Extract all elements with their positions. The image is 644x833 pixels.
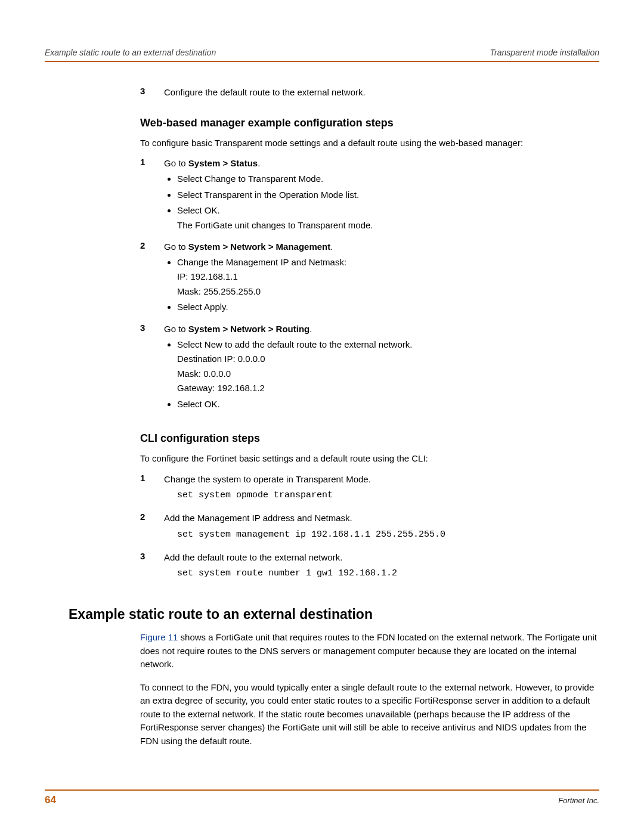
step-text: Change the system to operate in Transpar…: [164, 473, 599, 507]
bullet-text: Change the Management IP and Netmask:: [177, 257, 346, 267]
text-prefix: Go to: [164, 324, 188, 334]
sub-line: IP: 192.168.1.1: [177, 270, 599, 284]
text-prefix: Go to: [164, 241, 188, 252]
bullet-text: Select OK.: [177, 205, 220, 215]
text-suffix: .: [258, 158, 260, 168]
web-section-intro: To configure basic Transparent mode sett…: [140, 137, 599, 150]
step-text: Configure the default route to the exter…: [164, 86, 599, 99]
body-content: 3 Configure the default route to the ext…: [140, 86, 599, 748]
header-left: Example static route to an external dest…: [45, 48, 216, 57]
top-step: 3 Configure the default route to the ext…: [140, 86, 599, 99]
bullet-item: Select New to add the default route to t…: [177, 338, 599, 395]
cli-step-text: Add the Management IP address and Netmas…: [164, 513, 352, 523]
cli-step-text: Change the system to operate in Transpar…: [164, 474, 371, 484]
bullet-item: Select OK. The FortiGate unit changes to…: [177, 204, 599, 232]
bullet-item: Change the Management IP and Netmask: IP…: [177, 256, 599, 299]
step-text: Go to System > Status. Select Change to …: [164, 157, 599, 236]
web-step-3: 3 Go to System > Network > Routing. Sele…: [140, 323, 599, 414]
cli-code: set system opmode transparent: [177, 489, 599, 502]
page-number: 64: [45, 794, 56, 806]
text-suffix: .: [330, 241, 333, 252]
text-bold: System > Status: [188, 158, 258, 168]
bullet-item: Select Transparent in the Operation Mode…: [177, 188, 599, 202]
web-step-2: 2 Go to System > Network > Management. C…: [140, 240, 599, 318]
cli-code: set system management ip 192.168.1.1 255…: [177, 528, 599, 541]
cli-section-title: CLI configuration steps: [140, 432, 599, 445]
web-step-1: 1 Go to System > Status. Select Change t…: [140, 157, 599, 236]
step-number: 3: [140, 323, 164, 414]
cli-step-2: 2 Add the Management IP address and Netm…: [140, 512, 599, 546]
step-number: 1: [140, 473, 164, 507]
bullet-item: Select Change to Transparent Mode.: [177, 172, 599, 186]
step-number: 3: [140, 86, 164, 99]
bullet-list: Change the Management IP and Netmask: IP…: [164, 256, 599, 314]
footer: 64 Fortinet Inc.: [45, 789, 599, 806]
step-number: 3: [140, 551, 164, 586]
bullet-list: Select Change to Transparent Mode. Selec…: [164, 172, 599, 232]
cli-section-intro: To configure the Fortinet basic settings…: [140, 452, 599, 466]
running-header: Example static route to an external dest…: [45, 48, 599, 62]
bullet-extra: The FortiGate unit changes to Transparen…: [177, 219, 599, 233]
bullet-list: Select New to add the default route to t…: [164, 338, 599, 411]
paragraph-rest: shows a FortiGate unit that requires rou…: [140, 632, 597, 669]
sub-line: Gateway: 192.168.1.2: [177, 382, 599, 395]
figure-link[interactable]: Figure 11: [140, 632, 178, 642]
bullet-text: Select New to add the default route to t…: [177, 339, 412, 349]
sub-line: Destination IP: 0.0.0.0: [177, 352, 599, 366]
cli-step-1: 1 Change the system to operate in Transp…: [140, 473, 599, 507]
sub-line: Mask: 255.255.255.0: [177, 285, 599, 299]
example-paragraph-2: To connect to the FDN, you would typical…: [140, 681, 599, 748]
bullet-item: Select Apply.: [177, 301, 599, 314]
step-text: Go to System > Network > Management. Cha…: [164, 240, 599, 318]
page: Example static route to an external dest…: [0, 0, 644, 830]
text-bold: System > Network > Routing: [188, 324, 309, 334]
cli-code: set system route number 1 gw1 192.168.1.…: [177, 567, 599, 580]
sub-line: Mask: 0.0.0.0: [177, 367, 599, 381]
cli-step-3: 3 Add the default route to the external …: [140, 551, 599, 586]
text-suffix: .: [309, 324, 312, 334]
example-section-title: Example static route to an external dest…: [69, 606, 599, 623]
text-prefix: Go to: [164, 158, 188, 168]
text-bold: System > Network > Management: [188, 241, 330, 252]
step-number: 1: [140, 157, 164, 236]
example-paragraph-1: Figure 11 shows a FortiGate unit that re…: [140, 631, 599, 671]
step-text: Go to System > Network > Routing. Select…: [164, 323, 599, 414]
header-right: Transparent mode installation: [490, 48, 599, 57]
cli-step-text: Add the default route to the external ne…: [164, 552, 342, 562]
bullet-item: Select OK.: [177, 398, 599, 411]
step-text: Add the default route to the external ne…: [164, 551, 599, 586]
step-number: 2: [140, 240, 164, 318]
step-text: Add the Management IP address and Netmas…: [164, 512, 599, 546]
web-section-title: Web-based manager example configuration …: [140, 117, 599, 129]
footer-company: Fortinet Inc.: [558, 796, 599, 805]
step-number: 2: [140, 512, 164, 546]
